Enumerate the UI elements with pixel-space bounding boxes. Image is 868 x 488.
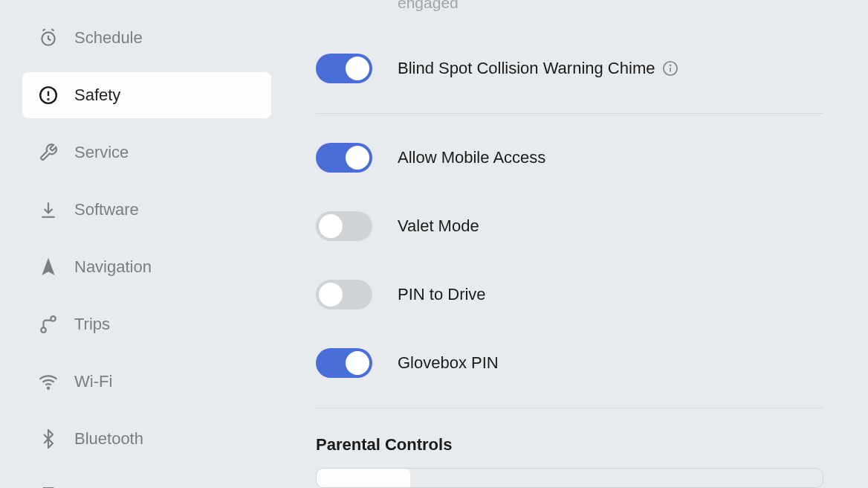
toggle-knob bbox=[319, 214, 343, 238]
toggle-valet-mode[interactable] bbox=[316, 211, 372, 241]
sidebar-item-label: Bluetooth bbox=[74, 429, 143, 449]
toggle-glovebox-pin[interactable] bbox=[316, 348, 372, 378]
sidebar-item-wifi[interactable]: Wi-Fi bbox=[22, 359, 271, 405]
svg-line-1 bbox=[42, 29, 45, 30]
sidebar-item-label: Schedule bbox=[74, 28, 143, 48]
svg-point-8 bbox=[41, 327, 46, 333]
clock-icon bbox=[39, 28, 58, 48]
download-icon bbox=[39, 200, 58, 219]
sidebar-item-label: Trips bbox=[74, 315, 110, 334]
toggle-knob bbox=[346, 57, 369, 80]
sidebar-item-upgrades[interactable]: Upgrades bbox=[22, 473, 271, 488]
setting-label: PIN to Drive bbox=[398, 285, 486, 304]
route-icon bbox=[39, 315, 58, 334]
sidebar-item-trips[interactable]: Trips bbox=[22, 301, 271, 347]
sidebar-item-label: Service bbox=[74, 143, 129, 162]
setting-label: Valet Mode bbox=[398, 216, 479, 236]
toggle-knob bbox=[319, 283, 343, 306]
setting-label: Glovebox PIN bbox=[398, 353, 499, 373]
setting-glovebox-pin: Glovebox PIN bbox=[316, 329, 823, 397]
main-content: engaged Blind Spot Collision Warning Chi… bbox=[294, 0, 868, 488]
info-icon[interactable] bbox=[662, 60, 678, 77]
wifi-icon bbox=[39, 372, 58, 391]
toggle-knob bbox=[346, 351, 369, 375]
setting-blind-spot: Blind Spot Collision Warning Chime bbox=[316, 34, 823, 103]
toggle-mobile-access[interactable] bbox=[316, 143, 372, 173]
parental-controls-title: Parental Controls bbox=[316, 435, 823, 455]
bluetooth-icon bbox=[39, 429, 58, 449]
sidebar-item-label: Navigation bbox=[74, 257, 152, 277]
sidebar: Schedule Safety Service Software Navigat… bbox=[0, 0, 294, 488]
sidebar-item-label: Wi-Fi bbox=[74, 372, 112, 391]
sidebar-item-navigation[interactable]: Navigation bbox=[22, 244, 271, 290]
sidebar-item-schedule[interactable]: Schedule bbox=[22, 15, 271, 61]
alert-circle-icon bbox=[39, 86, 58, 105]
setting-label: Blind Spot Collision Warning Chime bbox=[398, 59, 655, 78]
toggle-blind-spot[interactable] bbox=[316, 54, 372, 83]
toggle-pin-to-drive[interactable] bbox=[316, 280, 372, 309]
wrench-icon bbox=[39, 143, 58, 162]
sidebar-item-label: Safety bbox=[74, 86, 120, 105]
sidebar-item-service[interactable]: Service bbox=[22, 129, 271, 176]
setting-mobile-access: Allow Mobile Access bbox=[316, 123, 823, 192]
svg-point-10 bbox=[48, 388, 49, 389]
setting-valet-mode: Valet Mode bbox=[316, 192, 823, 260]
svg-point-5 bbox=[48, 99, 48, 100]
svg-point-14 bbox=[670, 65, 671, 65]
sidebar-item-bluetooth[interactable]: Bluetooth bbox=[22, 416, 271, 462]
setting-pin-to-drive: PIN to Drive bbox=[316, 260, 823, 329]
svg-marker-7 bbox=[42, 259, 54, 274]
parental-on-button[interactable]: On bbox=[410, 469, 503, 488]
toggle-knob bbox=[346, 146, 369, 170]
parental-off-button[interactable]: Off bbox=[317, 469, 410, 488]
partial-setting-description: engaged bbox=[398, 0, 823, 12]
navigation-icon bbox=[39, 257, 58, 277]
setting-label: Allow Mobile Access bbox=[398, 148, 545, 167]
svg-point-9 bbox=[51, 316, 56, 321]
svg-line-2 bbox=[51, 29, 54, 30]
parental-controls-segmented: Off On bbox=[316, 468, 823, 488]
sidebar-item-software[interactable]: Software bbox=[22, 187, 271, 233]
sidebar-item-safety[interactable]: Safety bbox=[22, 72, 271, 118]
sidebar-item-label: Software bbox=[74, 200, 139, 219]
